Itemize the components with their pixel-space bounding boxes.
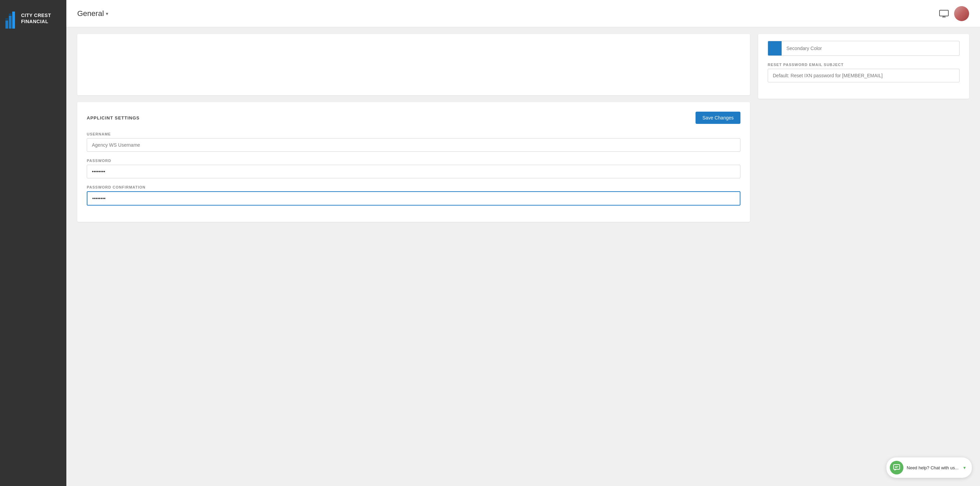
avatar[interactable] bbox=[954, 6, 969, 21]
reset-password-input[interactable] bbox=[768, 69, 959, 82]
password-label: PASSWORD bbox=[87, 159, 740, 163]
reset-password-label: RESET PASSWORD EMAIL SUBJECT bbox=[768, 63, 959, 67]
applicint-settings-header: APPLICINT SETTINGS Save Changes bbox=[87, 112, 740, 124]
page-title-chevron[interactable]: ▾ bbox=[106, 11, 108, 16]
logo-icon bbox=[5, 8, 18, 29]
monitor-icon[interactable] bbox=[939, 10, 949, 18]
svg-rect-3 bbox=[5, 18, 8, 20]
svg-rect-9 bbox=[894, 465, 900, 469]
svg-rect-5 bbox=[940, 10, 948, 16]
save-changes-button[interactable]: Save Changes bbox=[695, 112, 740, 124]
secondary-color-field bbox=[768, 41, 959, 56]
content-area: APPLICINT SETTINGS Save Changes USERNAME… bbox=[66, 27, 980, 486]
username-input[interactable] bbox=[87, 138, 740, 152]
reset-password-group: RESET PASSWORD EMAIL SUBJECT bbox=[768, 63, 959, 82]
svg-rect-4 bbox=[9, 14, 11, 15]
page-title: General bbox=[77, 9, 104, 18]
svg-rect-0 bbox=[5, 21, 8, 29]
applicint-settings-card: APPLICINT SETTINGS Save Changes USERNAME… bbox=[77, 102, 750, 222]
secondary-color-group bbox=[768, 41, 959, 56]
header: General ▾ bbox=[66, 0, 980, 27]
username-group: USERNAME bbox=[87, 132, 740, 152]
svg-rect-1 bbox=[9, 16, 11, 29]
username-label: USERNAME bbox=[87, 132, 740, 136]
password-confirm-group: PASSWORD CONFIRMATION bbox=[87, 185, 740, 206]
brand-logo: CITY CREST FINANCIAL bbox=[5, 8, 61, 29]
password-input[interactable] bbox=[87, 165, 740, 178]
main-wrapper: General ▾ APPLICINT SE bbox=[66, 0, 980, 486]
secondary-color-swatch[interactable] bbox=[768, 41, 782, 56]
header-left: General ▾ bbox=[77, 9, 108, 18]
chat-chevron-icon: ▾ bbox=[963, 465, 966, 470]
chat-text: Need help? Chat with us... bbox=[907, 465, 959, 470]
password-confirm-label: PASSWORD CONFIRMATION bbox=[87, 185, 740, 189]
password-group: PASSWORD bbox=[87, 159, 740, 178]
brand-name: CITY CREST FINANCIAL bbox=[21, 12, 61, 24]
chat-icon bbox=[890, 461, 904, 475]
right-column: RESET PASSWORD EMAIL SUBJECT bbox=[758, 34, 969, 472]
secondary-color-input[interactable] bbox=[782, 42, 959, 55]
applicint-settings-title: APPLICINT SETTINGS bbox=[87, 115, 140, 121]
left-column: APPLICINT SETTINGS Save Changes USERNAME… bbox=[77, 34, 750, 472]
top-card bbox=[77, 34, 750, 95]
right-top-card: RESET PASSWORD EMAIL SUBJECT bbox=[758, 34, 969, 99]
chat-widget[interactable]: Need help? Chat with us... ▾ bbox=[886, 457, 972, 478]
password-confirm-input[interactable] bbox=[87, 191, 740, 206]
header-right bbox=[939, 6, 969, 21]
avatar-image bbox=[954, 6, 969, 21]
svg-rect-2 bbox=[12, 11, 15, 29]
sidebar: CITY CREST FINANCIAL bbox=[0, 0, 66, 486]
